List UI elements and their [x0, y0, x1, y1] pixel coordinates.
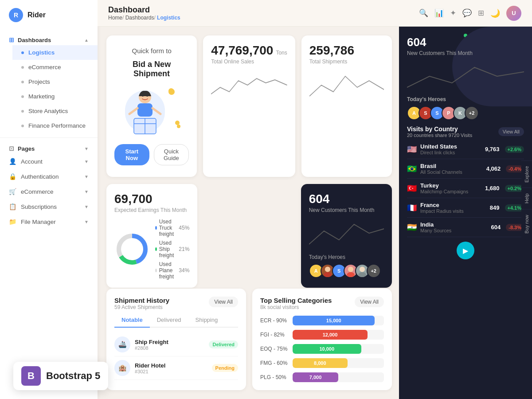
sidebar: R Rider ⊞ Dashboards ▲ Logistics eCommer…: [0, 0, 98, 399]
bar-label-plg: PLG - 50%: [260, 374, 289, 380]
top-selling-card: Top Selling Categories 8k social visitor…: [252, 289, 392, 390]
quick-guide-button[interactable]: Quick Guide: [154, 144, 189, 165]
avatar-more: +2: [367, 264, 381, 278]
visits-subtitle: 20 countries share 9720 Visits: [407, 133, 472, 138]
sidebar-item-finance-performance[interactable]: Finance Performance: [12, 118, 98, 133]
tab-explore[interactable]: Explore: [521, 160, 532, 188]
shipment-id: #2808: [135, 345, 204, 351]
bootstrap-watermark: B Bootstrap 5: [13, 362, 108, 390]
country-info-tr: Turkey Mailchimp Campaigns: [420, 182, 481, 194]
donut-wrap: Used Truck freight 45% Used Ship freight…: [114, 219, 189, 280]
country-info-us: United States Direct link clicks: [420, 143, 481, 155]
bar-outer-ecr: 15,000: [293, 316, 384, 325]
quick-form-card: Quick form to Bid a New Shipment: [106, 35, 197, 177]
sidebar-item-store-analytics[interactable]: Store Analytics: [12, 104, 98, 118]
file-chevron-icon: ▼: [84, 219, 89, 224]
file-manager-icon: 📁: [9, 218, 16, 225]
bar-row-fmg: FMG - 60% 8,000: [260, 358, 384, 368]
illustration: [121, 84, 183, 137]
shipment-history-card: Shipment History 59 Active Shipments Vie…: [106, 289, 246, 390]
shipment-view-all-button[interactable]: View All: [209, 297, 238, 307]
dot-icon: [21, 81, 24, 83]
bootstrap-text: Bootstrap 5: [46, 370, 100, 382]
svg-point-20: [360, 266, 365, 272]
chat-icon[interactable]: 💬: [462, 8, 472, 18]
spacer: [203, 184, 294, 288]
dot-icon: [21, 110, 24, 113]
shipment-title-block: Shipment History 59 Active Shipments: [114, 297, 169, 310]
visits-view-all-button[interactable]: View All: [498, 127, 524, 136]
heroes-avatars: A S S P K +2: [407, 106, 524, 120]
right-panel: 604 New Customers This Month Today's Her…: [399, 27, 532, 399]
country-num-in: 604: [491, 224, 501, 231]
bar-list: ECR - 90% 15,000 FGI - 82% 12,000: [260, 316, 384, 382]
freight-legend: Used Truck freight 45% Used Ship freight…: [155, 219, 189, 280]
sidebar-item-ecommerce[interactable]: eCommerce: [12, 60, 98, 74]
start-now-button[interactable]: Start Now: [114, 144, 149, 165]
avatars-row: A S +2: [309, 264, 384, 278]
person-svg: [121, 84, 183, 137]
sidebar-item-ecommerce2[interactable]: 🛒 eCommerce ▼: [0, 184, 98, 199]
search-icon[interactable]: 🔍: [419, 8, 428, 18]
tab-buy-now[interactable]: Buy now: [521, 209, 532, 239]
top-row: Quick form to Bid a New Shipment: [106, 35, 392, 177]
country-info-in: India Many Sources: [420, 221, 488, 233]
shipment-subtitle: 59 Active Shipments: [114, 304, 169, 310]
dashboards-sub: Logistics eCommerce Projects Marketing S…: [0, 45, 98, 133]
shipment-status-badge-2: Pending: [212, 364, 238, 372]
tab-shipping[interactable]: Shipping: [188, 313, 225, 328]
dashboards-chevron-icon: ▲: [84, 38, 89, 43]
flag-fr: 🇫🇷: [407, 203, 417, 213]
btn-row: Start Now Quick Guide: [114, 144, 189, 165]
sidebar-item-file-manager[interactable]: 📁 File Manager ▼: [0, 214, 98, 229]
truck-dot: [155, 226, 157, 230]
pages-header[interactable]: ⊡ Pages ▼: [0, 141, 98, 154]
logo-name: Rider: [27, 11, 46, 19]
shipment-id-2: #3021: [135, 369, 207, 374]
tab-delivered[interactable]: Delivered: [150, 313, 188, 328]
settings-icon[interactable]: ✦: [450, 8, 456, 18]
new-customers-value: 604: [309, 192, 330, 206]
subscriptions-chevron-icon: ▼: [84, 204, 89, 209]
logo[interactable]: R Rider: [0, 0, 98, 30]
sidebar-item-account[interactable]: 👤 Account ▼: [0, 154, 98, 169]
hero-more: +2: [465, 106, 479, 120]
left-panel: Quick form to Bid a New Shipment: [98, 27, 399, 399]
country-num-br: 4,062: [486, 165, 501, 172]
dashboards-icon: ⊞: [9, 36, 14, 43]
ship-icon: 🚢: [114, 336, 130, 352]
dark-mode-icon[interactable]: 🌙: [490, 8, 500, 18]
header-left: Dashboard Home/ Dashboards/ Logistics: [108, 5, 180, 21]
bar-row-plg: PLG - 50% 7,000: [260, 372, 384, 382]
sidebar-item-subscriptions[interactable]: 📋 Subscriptions ▼: [0, 199, 98, 214]
country-info-br: Brasil All Social Channels: [420, 163, 483, 175]
side-tabs: Explore Help Buy now: [521, 160, 532, 239]
chart-icon[interactable]: 📊: [434, 8, 444, 18]
bar-label-fgi: FGI - 82%: [260, 332, 289, 338]
user-avatar[interactable]: U: [506, 6, 521, 21]
pages-chevron-icon: ▼: [84, 146, 89, 151]
svg-point-18: [348, 266, 353, 272]
shipment-name-2: Rider Hotel: [135, 362, 207, 369]
visits-section: Visits by Country 20 countries share 972…: [399, 125, 532, 266]
flag-us: 🇺🇸: [407, 145, 417, 154]
bar-label-eoq: EOQ - 75%: [260, 346, 289, 352]
grid-icon[interactable]: ⊞: [478, 8, 484, 18]
top-selling-view-all-button[interactable]: View All: [355, 297, 384, 307]
country-row-in: 🇮🇳 India Many Sources 604 -8.3%: [407, 218, 524, 237]
shipments-chart: [309, 72, 384, 98]
visits-header: Visits by Country 20 countries share 972…: [407, 125, 524, 138]
total-sales-value: 47,769,700: [211, 43, 273, 58]
country-src-tr: Mailchimp Campaigns: [420, 189, 481, 194]
sidebar-item-projects[interactable]: Projects: [12, 74, 98, 89]
sidebar-item-logistics[interactable]: Logistics: [12, 45, 98, 60]
header-right: 🔍 📊 ✦ 💬 ⊞ 🌙 U: [419, 6, 521, 21]
tab-help[interactable]: Help: [521, 188, 532, 209]
dashboards-header[interactable]: ⊞ Dashboards ▲: [0, 32, 98, 45]
sidebar-item-marketing[interactable]: Marketing: [12, 89, 98, 104]
sidebar-item-authentication[interactable]: 🔒 Authentication ▼: [0, 169, 98, 184]
tab-notable[interactable]: Notable: [114, 313, 150, 328]
bar-outer-fgi: 12,000: [293, 330, 384, 340]
divider: [0, 137, 98, 138]
shipment-row: 🚢 Ship Freight #2808 Delivered: [114, 333, 238, 356]
